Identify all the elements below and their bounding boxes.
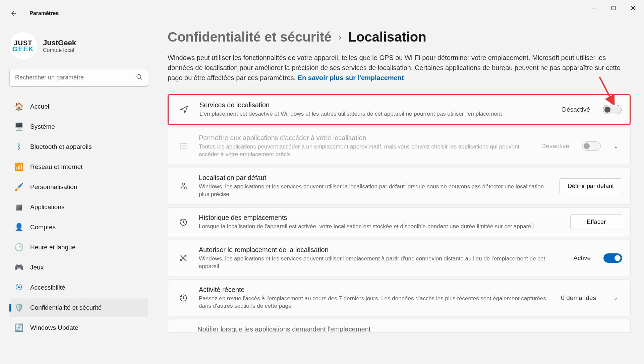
accounts-icon: 👤 — [14, 223, 23, 232]
update-icon: 🔄 — [14, 323, 23, 332]
home-icon: 🏠 — [14, 102, 23, 111]
location-icon — [177, 105, 191, 114]
clear-history-button[interactable]: Effacer — [570, 214, 622, 230]
topbar: Paramètres — [7, 7, 59, 20]
sidebar-item-reseau[interactable]: 📶Réseau et Internet — [9, 158, 148, 176]
history-icon — [176, 293, 191, 303]
card-location-override: Autoriser le remplacement de la localisa… — [168, 240, 631, 277]
sidebar-item-applications[interactable]: ▦Applications — [9, 198, 148, 217]
recent-count: 0 demandes — [561, 294, 596, 302]
breadcrumb-root[interactable]: Confidentialité et sécurité — [168, 29, 332, 45]
avatar: JUST GEEK — [9, 32, 37, 60]
card-desc: Windows, les applications et les service… — [199, 255, 565, 270]
minimize-button[interactable] — [584, 1, 604, 15]
card-desc: L'emplacement est désactivé et Windows e… — [199, 110, 554, 118]
sidebar-item-update[interactable]: 🔄Windows Update — [9, 318, 148, 337]
settings-window: Paramètres JUST GEEK JustGeek Compte loc… — [0, 0, 644, 364]
svg-rect-9 — [180, 148, 181, 149]
toggle-state-label: Désactivé — [562, 106, 590, 113]
card-location-history: Historique des emplacements Lorsque la l… — [168, 207, 631, 237]
search-input[interactable] — [9, 69, 148, 86]
svg-rect-1 — [612, 6, 616, 10]
card-title: Localisation par défaut — [199, 174, 551, 182]
sidebar-item-bluetooth[interactable]: ᛒBluetooth et appareils — [9, 137, 148, 156]
intro-text: Windows peut utiliser les fonctionnalité… — [168, 53, 631, 83]
card-desc: Passez en revue l'accès à l'emplacement … — [199, 295, 553, 310]
accessibility-icon: ⦿ — [14, 283, 23, 292]
back-icon — [10, 10, 17, 17]
learn-more-link[interactable]: En savoir plus sur l'emplacement — [298, 74, 404, 81]
sidebar-item-accueil[interactable]: 🏠Accueil — [9, 97, 148, 116]
sidebar-item-comptes[interactable]: 👤Comptes — [9, 218, 148, 237]
privacy-icon: 🛡️ — [14, 303, 23, 312]
content-area: Confidentialité et sécurité › Localisati… — [158, 16, 644, 364]
expand-chevron[interactable]: ⌄ — [609, 295, 622, 301]
location-services-toggle[interactable] — [603, 105, 622, 114]
svg-point-4 — [137, 74, 141, 78]
card-location-services: Services de localisation L'emplacement e… — [168, 94, 631, 125]
sidebar-item-accessibilite[interactable]: ⦿Accessibilité — [9, 278, 148, 297]
svg-point-15 — [185, 188, 186, 188]
override-toggle[interactable] — [603, 253, 622, 263]
maximize-button[interactable] — [604, 1, 623, 15]
close-button[interactable] — [623, 1, 643, 15]
person-pin-icon — [176, 181, 191, 191]
card-notify-cutoff: Notifier lorsque les applications demand… — [168, 319, 631, 332]
app-access-toggle — [582, 141, 601, 151]
toggle-state-label: Désactivé — [541, 142, 569, 150]
override-icon — [176, 253, 191, 263]
card-title: Historique des emplacements — [199, 214, 562, 222]
svg-point-13 — [182, 183, 185, 185]
sidebar: JUST GEEK JustGeek Compte local 🏠Accueil… — [0, 16, 158, 364]
sidebar-item-systeme[interactable]: 🖥️Système — [9, 117, 148, 136]
sidebar-item-heure[interactable]: 🕑Heure et langue — [9, 238, 148, 257]
user-profile[interactable]: JUST GEEK JustGeek Compte local — [9, 32, 148, 60]
bluetooth-icon: ᛒ — [14, 142, 23, 151]
card-desc: Lorsque la localisation de l'appareil es… — [199, 223, 562, 231]
apps-icon: ▦ — [14, 202, 23, 212]
app-title: Paramètres — [30, 10, 59, 16]
card-title: Autoriser le remplacement de la localisa… — [199, 246, 565, 254]
time-icon: 🕑 — [14, 243, 23, 252]
set-default-button[interactable]: Définir par défaut — [559, 178, 622, 194]
sidebar-item-confidentialite[interactable]: 🛡️Confidentialité et sécurité — [9, 298, 148, 317]
card-title: Permettre aux applications d'accéder à v… — [199, 134, 533, 142]
user-name: JustGeek — [43, 39, 76, 47]
gaming-icon: 🎮 — [14, 263, 23, 272]
system-icon: 🖥️ — [14, 122, 23, 131]
card-default-location: Localisation par défaut Windows, les app… — [168, 168, 631, 205]
list-icon — [176, 142, 191, 150]
search-icon[interactable] — [136, 74, 143, 82]
card-title: Services de localisation — [199, 101, 554, 109]
back-button[interactable] — [7, 7, 20, 20]
search-box — [9, 69, 148, 86]
titlebar — [0, 0, 644, 16]
expand-chevron[interactable]: ⌄ — [609, 143, 622, 149]
toggle-state-label: Activé — [573, 254, 591, 262]
page-title: Localisation — [348, 29, 426, 45]
sidebar-item-jeux[interactable]: 🎮Jeux — [9, 258, 148, 277]
history-icon — [176, 218, 191, 227]
card-desc: Toutes les applications peuvent accéder … — [199, 143, 533, 159]
card-app-access: Permettre aux applications d'accéder à v… — [168, 128, 631, 165]
svg-rect-8 — [180, 145, 181, 146]
sidebar-item-personnalisation[interactable]: 🖌️Personnalisation — [9, 178, 148, 196]
network-icon: 📶 — [14, 162, 23, 172]
user-account-type: Compte local — [43, 47, 76, 53]
chevron-right-icon: › — [338, 32, 341, 43]
card-title: Activité récente — [199, 286, 553, 294]
card-desc: Windows, les applications et les service… — [199, 183, 551, 198]
svg-line-5 — [140, 78, 142, 80]
nav-list: 🏠Accueil 🖥️Système ᛒBluetooth et apparei… — [9, 97, 148, 337]
breadcrumb: Confidentialité et sécurité › Localisati… — [168, 29, 631, 45]
card-recent-activity: Activité récente Passez en revue l'accès… — [168, 280, 631, 317]
personalization-icon: 🖌️ — [14, 182, 23, 192]
svg-rect-7 — [180, 143, 181, 144]
